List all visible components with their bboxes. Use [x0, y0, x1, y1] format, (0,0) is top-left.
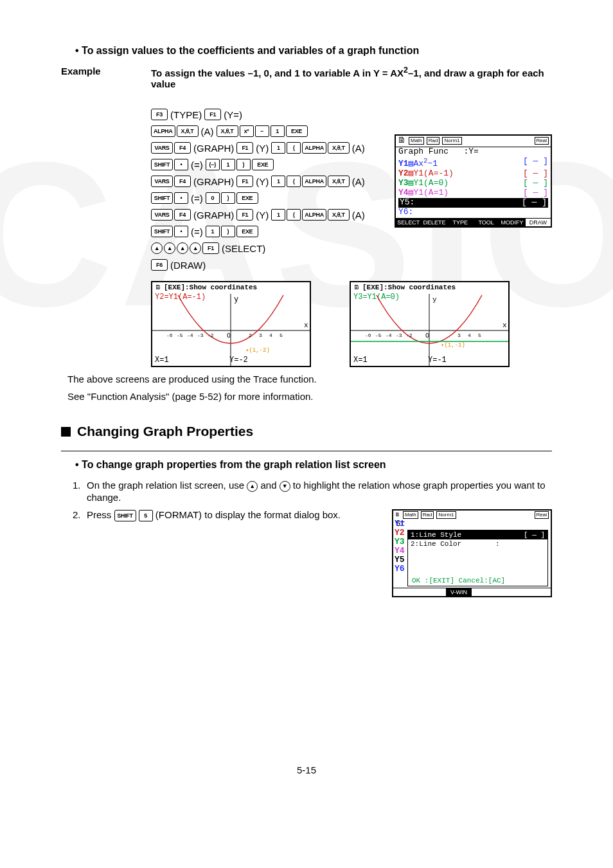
svg-text:-3: -3 — [197, 332, 204, 338]
fmt-opt1-value: [ ― ] — [524, 531, 545, 539]
svg-text:3: 3 — [259, 332, 262, 338]
key-lparen: ( — [287, 142, 301, 154]
key-lparen: ( — [287, 176, 301, 187]
svg-text:✦(1,-2): ✦(1,-2) — [245, 347, 270, 354]
svg-text:-3: -3 — [396, 332, 402, 338]
graph-b-x: X=1 — [353, 356, 368, 365]
key-f4: F4 — [174, 209, 191, 221]
svg-text:-5: -5 — [375, 332, 382, 338]
label-eq: (=) — [191, 226, 203, 237]
label-y: (Y) — [256, 210, 269, 221]
key-sequence-block: F3 (TYPE) F1 (Y=) ALPHA X,θ,T (A) X,θ,T … — [151, 109, 395, 271]
key-exe: EXE — [252, 159, 274, 170]
soft-vwin: V-WIN — [446, 588, 472, 596]
key-lparen: ( — [287, 209, 301, 221]
key-dot: • — [174, 159, 188, 170]
label-a: (A) — [352, 210, 365, 221]
svg-text:-2: -2 — [406, 332, 413, 338]
keyrow-7: VARS F4 (GRAPH) F1 (Y) 1 ( ALPHA X,θ,T (… — [151, 209, 395, 221]
cursor-down-icon: ▼ — [280, 481, 290, 492]
key-exe: EXE — [286, 125, 308, 137]
step2-a: Press — [87, 509, 114, 520]
label-draw: (DRAW) — [170, 260, 206, 271]
y3-expr: Y1(A=0) — [413, 178, 449, 188]
soft-modify: MODIFY — [499, 219, 525, 226]
badge-real: Real — [535, 511, 549, 519]
note-see-also: See "Function Analysis" (page 5-52) for … — [67, 391, 552, 402]
graph-a-x: X=1 — [155, 356, 169, 365]
key-rparen: ) — [236, 159, 251, 170]
y4-label: Y4 — [398, 188, 409, 197]
key-minus: − — [255, 125, 269, 137]
keyrow-9: ▲ ▲ ▲ ▲ F1 (SELECT) — [151, 242, 395, 254]
key-f4: F4 — [174, 176, 191, 187]
key-vars: VARS — [151, 209, 173, 221]
svg-text:-2: -2 — [208, 332, 214, 338]
key-f6: F6 — [151, 259, 168, 271]
svg-text:✦(1,-1): ✦(1,-1) — [441, 342, 465, 348]
key-alpha: ALPHA — [302, 142, 326, 154]
key-shift: SHIFT — [151, 226, 173, 237]
badge-math: Math — [409, 137, 424, 145]
example-sup: 2 — [404, 66, 408, 75]
y4-expr: Y1(A=1) — [413, 188, 449, 197]
keyrow-1: F3 (TYPE) F1 (Y=) — [151, 109, 395, 120]
doc-icon: 🗎 — [395, 512, 400, 518]
label-a: (A) — [352, 176, 365, 187]
badge-norm1: Norm1 — [436, 511, 456, 519]
key-exe: EXE — [236, 192, 258, 204]
y1-expr-b: −1 — [428, 159, 438, 168]
key-f1: F1 — [236, 209, 253, 221]
soft-type: TYPE — [448, 219, 474, 226]
graph-b-y: Y=-1 — [428, 356, 447, 365]
key-alpha: ALPHA — [302, 176, 326, 187]
key-0: 0 — [206, 192, 220, 204]
key-xthetaT: X,θ,T — [177, 125, 199, 137]
label-eq: (=) — [191, 193, 203, 204]
graph-b-plot: y x O -6-5-4-3-2 345 ✦(1,-1) — [351, 282, 508, 366]
key-cursor-up: ▲ — [190, 242, 201, 254]
key-xthetaT: X,θ,T — [328, 176, 350, 187]
fmt-opt1-label: 1:Line Style — [411, 531, 461, 539]
fmt-y3: Y3 — [395, 538, 406, 547]
step-2-text: 🗎 Math Rad Norm1 Real Gr Y1 Y2 Y3 Y4 Y5 — [87, 509, 552, 597]
fmt-y6: Y6 — [395, 565, 406, 574]
key-cursor-up: ▲ — [164, 242, 175, 254]
fmt-y4: Y4 — [395, 547, 406, 556]
example-text-part1: To assign the values –1, 0, and 1 to var… — [151, 68, 404, 78]
label-graph: (GRAPH) — [193, 143, 234, 154]
heading-assign-values: To assign values to the coefficients and… — [75, 45, 552, 57]
cursor-up-icon: ▲ — [247, 481, 258, 492]
example-label: Example — [61, 66, 151, 89]
label-select: (SELECT) — [222, 243, 265, 254]
key-f1: F1 — [236, 176, 253, 187]
key-f4: F4 — [174, 142, 191, 154]
soft-select: SELECT — [396, 219, 422, 226]
key-f1: F1 — [236, 142, 253, 154]
step2-b: (FORMAT) to display the format dialog bo… — [155, 509, 341, 520]
label-y: (Y) — [256, 143, 269, 154]
key-rparen: ) — [221, 226, 235, 237]
label-graph: (GRAPH) — [193, 210, 234, 221]
graph-screen-a: 🗎 [EXE]:Show coordinates Y2=Y1(A=-1) y x… — [151, 281, 311, 367]
key-alpha: ALPHA — [302, 209, 326, 221]
key-neg: (−) — [206, 159, 220, 170]
keyrow-3: VARS F4 (GRAPH) F1 (Y) 1 ( ALPHA X,θ,T (… — [151, 142, 395, 154]
keyrow-2: ALPHA X,θ,T (A) X,θ,T x² − 1 EXE — [151, 125, 395, 137]
key-xthetaT: X,θ,T — [328, 209, 350, 221]
svg-text:x: x — [502, 321, 507, 329]
key-cursor-up: ▲ — [151, 242, 163, 254]
heading-change-from-list: To change graph properties from the grap… — [75, 459, 552, 471]
svg-text:x: x — [304, 321, 308, 329]
keyrow-8: SHIFT • (=) 1 ) EXE — [151, 226, 395, 237]
svg-text:4: 4 — [468, 332, 471, 338]
fmt-softkeys: V-WIN — [393, 588, 551, 596]
svg-text:-5: -5 — [177, 332, 183, 338]
key-dot: • — [174, 226, 188, 237]
y1-label: Y1 — [398, 159, 409, 168]
key-shift: SHIFT — [151, 192, 173, 204]
svg-text:4: 4 — [269, 332, 272, 338]
key-dot: • — [174, 192, 188, 204]
key-alpha: ALPHA — [151, 125, 175, 137]
key-xthetaT: X,θ,T — [328, 142, 350, 154]
